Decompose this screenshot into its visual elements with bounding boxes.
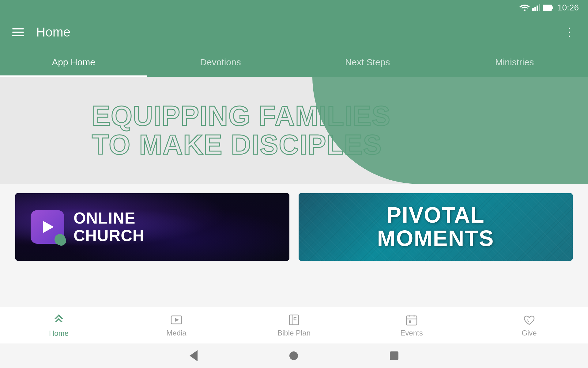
svg-rect-1 — [534, 7, 536, 11]
svg-rect-13 — [406, 316, 417, 325]
system-back-button[interactable] — [190, 350, 198, 361]
status-bar: 10:26 — [0, 0, 588, 15]
signal-icon — [532, 4, 540, 11]
pivotal-moments-label: PIVOTAL MOMENTS — [377, 204, 494, 250]
back-icon — [190, 350, 198, 361]
tab-app-home[interactable]: App Home — [0, 49, 147, 77]
nav-item-give[interactable]: Give — [470, 313, 588, 337]
svg-rect-5 — [552, 6, 553, 9]
nav-label-media: Media — [166, 329, 186, 337]
svg-rect-0 — [532, 8, 534, 11]
nav-item-events[interactable]: Events — [353, 313, 470, 337]
hamburger-menu-icon[interactable] — [12, 28, 24, 36]
online-church-content: + ONLINE CHURCH — [15, 193, 289, 261]
svg-rect-3 — [539, 4, 540, 11]
app-bar-title: Home — [36, 25, 70, 40]
status-time: 10:26 — [557, 3, 579, 13]
pivotal-moments-card[interactable]: PIVOTAL MOMENTS — [299, 193, 573, 261]
pivotal-moments-content: PIVOTAL MOMENTS — [299, 193, 573, 261]
status-bar-right: 10:26 — [519, 3, 579, 13]
online-church-label: ONLINE CHURCH — [74, 209, 144, 244]
nav-label-bible-plan: Bible Plan — [277, 329, 311, 337]
system-home-button[interactable] — [289, 351, 298, 360]
home-nav-icon — [52, 313, 66, 327]
more-options-icon[interactable]: ⋮ — [564, 25, 576, 39]
tab-next-steps[interactable]: Next Steps — [294, 49, 441, 77]
play-triangle-icon — [43, 221, 54, 233]
battery-icon — [543, 4, 554, 11]
svg-rect-2 — [537, 6, 538, 11]
tab-devotions[interactable]: Devotions — [147, 49, 294, 77]
online-church-card[interactable]: + ONLINE CHURCH — [15, 193, 289, 261]
tab-ministries[interactable]: Ministries — [441, 49, 588, 77]
give-nav-icon — [523, 313, 536, 326]
bottom-nav: Home Media Bible Plan Events — [0, 307, 588, 343]
svg-rect-4 — [543, 5, 552, 10]
wifi-icon — [519, 4, 530, 11]
tab-bar: App Home Devotions Next Steps Ministries — [0, 49, 588, 77]
app-bar: Home ⋮ — [0, 15, 588, 49]
nav-item-home[interactable]: Home — [0, 313, 118, 338]
media-nav-icon — [170, 313, 183, 326]
hero-line2: TO MAKE DISCIPLES — [92, 130, 391, 159]
events-nav-icon — [405, 313, 418, 326]
bible-plan-nav-icon — [288, 313, 300, 326]
status-icons — [519, 4, 554, 11]
system-recents-button[interactable] — [390, 351, 398, 360]
system-nav-bar — [0, 343, 588, 368]
hero-banner: EQUIPPING FAMILIES TO MAKE DISCIPLES — [0, 77, 588, 184]
plus-badge: + — [56, 236, 66, 246]
nav-item-bible-plan[interactable]: Bible Plan — [235, 313, 353, 337]
app-bar-left: Home — [12, 25, 70, 40]
play-icon-container: + — [31, 210, 64, 244]
nav-label-events: Events — [400, 329, 423, 337]
home-icon — [289, 351, 298, 360]
svg-rect-17 — [409, 320, 411, 323]
nav-label-give: Give — [522, 329, 537, 337]
hero-line1: EQUIPPING FAMILIES — [92, 102, 391, 131]
nav-item-media[interactable]: Media — [118, 313, 235, 337]
nav-label-home: Home — [49, 329, 69, 338]
recents-icon — [390, 351, 398, 360]
svg-marker-7 — [175, 318, 179, 322]
cards-section: + ONLINE CHURCH PIVOTAL MOMENTS — [0, 184, 588, 270]
hero-text-container: EQUIPPING FAMILIES TO MAKE DISCIPLES — [86, 95, 397, 166]
